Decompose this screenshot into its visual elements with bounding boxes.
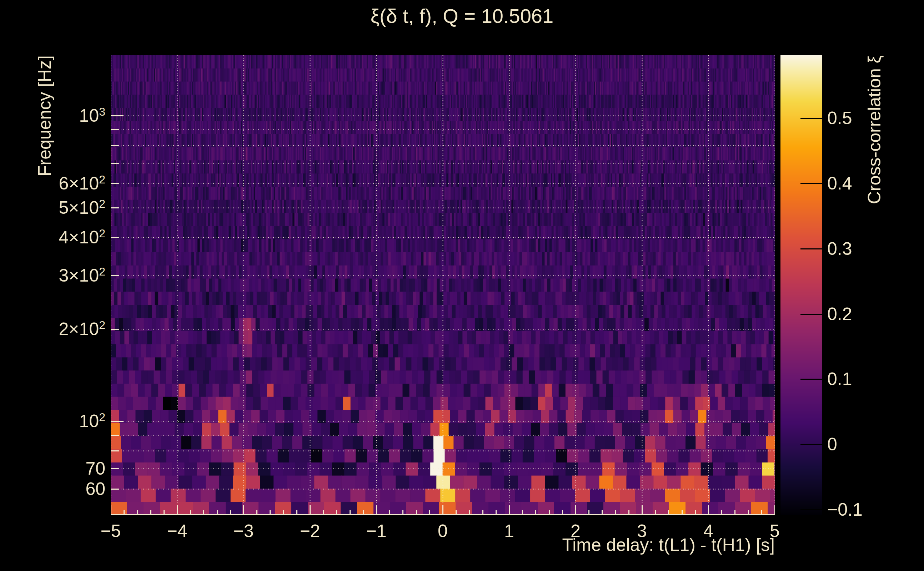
- y-tick-label: 2×102: [59, 319, 105, 340]
- x-tick-label: −3: [233, 521, 253, 542]
- x-tick-label: 0: [438, 521, 448, 542]
- y-tick-label: 103: [79, 105, 105, 127]
- y-tick-label: 4×102: [59, 227, 105, 248]
- colorbar-tick-label: 0.5: [827, 108, 852, 128]
- colorbar-tick-label: 0.1: [827, 369, 852, 389]
- y-tick-label: 6×102: [59, 173, 105, 194]
- y-tick-label: 5×102: [59, 197, 105, 218]
- colorbar-tick-label: −0.1: [827, 499, 862, 520]
- y-tick-label: 102: [79, 411, 105, 432]
- colorbar-title: Cross-correlation ξ: [864, 55, 885, 204]
- figure-canvas: ξ(δ t, f), Q = 10.5061 Frequency [Hz] Ti…: [0, 0, 924, 571]
- y-tick-label: 60: [85, 478, 105, 499]
- colorbar-tick-label: 0.2: [827, 304, 852, 324]
- y-tick-label: 70: [85, 458, 105, 479]
- x-tick-label: 1: [504, 521, 514, 542]
- y-tick-label: 3×102: [59, 265, 105, 286]
- x-tick-label: −5: [100, 521, 121, 542]
- x-tick-label: 4: [703, 521, 713, 542]
- x-tick-label: 3: [637, 521, 647, 542]
- colorbar-tick-label: 0: [827, 434, 837, 455]
- colorbar-tick-label: 0.4: [827, 173, 852, 194]
- x-axis-title: Time delay: t(L1) - t(H1) [s]: [562, 535, 775, 555]
- y-axis-title: Frequency [Hz]: [34, 55, 55, 176]
- chart-title: ξ(δ t, f), Q = 10.5061: [0, 4, 924, 28]
- spectrogram-heatmap: [111, 55, 775, 515]
- x-tick-label: 2: [570, 521, 581, 542]
- colorbar-tick-label: 0.3: [827, 238, 852, 259]
- x-tick-label: −2: [300, 521, 320, 542]
- x-tick-label: 5: [770, 521, 780, 542]
- x-tick-label: −4: [167, 521, 187, 542]
- x-tick-label: −1: [366, 521, 386, 542]
- colorbar-gradient: [780, 55, 822, 515]
